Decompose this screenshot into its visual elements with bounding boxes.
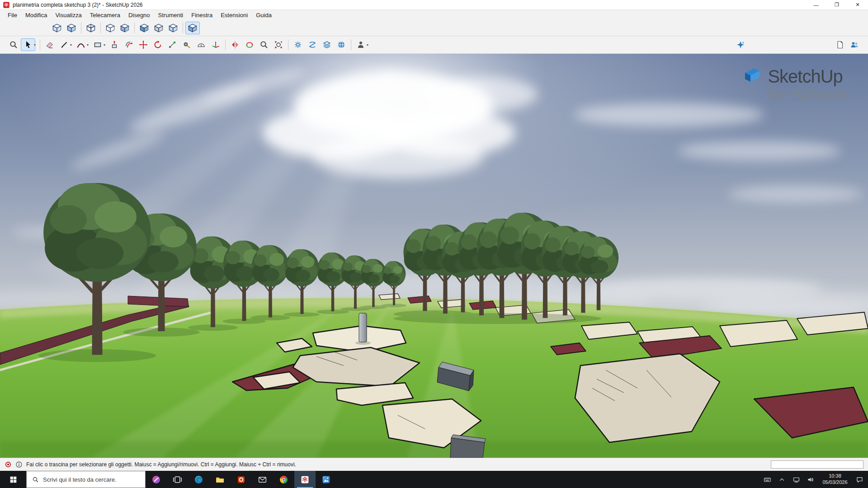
geolocation-status-icon[interactable]: [5, 461, 12, 468]
line-tool-button[interactable]: [57, 38, 71, 51]
line-dropdown-caret[interactable]: ▾: [70, 43, 74, 47]
style-xray-button[interactable]: [50, 22, 64, 34]
task-view-icon: [173, 475, 182, 484]
toolbar-separator: [225, 39, 226, 50]
eraser-tool-button[interactable]: [42, 38, 57, 51]
arc-dropdown-caret[interactable]: ▾: [87, 43, 90, 47]
style-active-button[interactable]: [185, 22, 200, 34]
sketchup-app-icon: [3, 1, 10, 9]
measurements-input[interactable]: [771, 460, 863, 469]
network-button[interactable]: [789, 476, 803, 483]
ai-assist-button[interactable]: [733, 38, 748, 51]
task-view-button[interactable]: [167, 471, 188, 488]
rotate-tool-button[interactable]: [151, 38, 165, 51]
sketchup-icon: [300, 475, 310, 484]
pinned-app-button[interactable]: [146, 471, 167, 488]
minimize-button[interactable]: —: [806, 0, 826, 9]
orbit-tool-button[interactable]: [242, 38, 257, 51]
rectangle-dropdown-caret[interactable]: ▾: [104, 43, 107, 47]
volume-button[interactable]: [804, 476, 817, 483]
file-explorer-icon: [215, 475, 225, 484]
toolbar-separator: [81, 23, 81, 33]
axes-tool-button[interactable]: [208, 38, 223, 51]
clock-date: 05/03/2026: [818, 479, 852, 486]
arc-tool-button[interactable]: [74, 38, 88, 51]
menu-strumenti[interactable]: Strumenti: [154, 10, 188, 20]
sketchup-logo-mark: [741, 66, 763, 87]
close-button[interactable]: ✕: [847, 0, 868, 9]
photos-button[interactable]: [316, 471, 337, 488]
layers-button[interactable]: [320, 38, 334, 51]
menu-modifica[interactable]: Modifica: [21, 10, 51, 20]
menu-disegno[interactable]: Disegno: [124, 10, 154, 20]
zoom-tool-button[interactable]: [257, 38, 271, 51]
person-dropdown-caret[interactable]: ▾: [367, 43, 370, 47]
foreground-block[interactable]: [450, 435, 486, 458]
menu-telecamera[interactable]: Telecamera: [86, 10, 124, 20]
sketchup-for-schools-logo: SketchUp for Schools: [741, 66, 849, 104]
menu-file[interactable]: File: [4, 10, 21, 20]
toolbar-separator: [351, 39, 351, 50]
style-extra-button[interactable]: [166, 22, 180, 34]
clock-time: 10:38: [818, 473, 852, 479]
new-document-button[interactable]: [833, 38, 847, 51]
toolbar-separator: [183, 23, 183, 33]
tray-overflow-button[interactable]: [775, 476, 788, 483]
style-shaded-button[interactable]: [118, 22, 132, 34]
logo-subtitle: for Schools: [768, 85, 849, 104]
toolbar-separator: [40, 39, 40, 50]
sketchup-window: planimetria completa sketchup 3 (2)* - S…: [0, 0, 868, 488]
model-settings-button[interactable]: [291, 38, 305, 51]
style-shaded-textures-button[interactable]: [137, 22, 151, 34]
style-monochrome-button[interactable]: [151, 22, 166, 34]
protractor-tool-button[interactable]: [194, 38, 208, 51]
style-swap-button[interactable]: [305, 38, 320, 51]
scale-tool-button[interactable]: [165, 38, 179, 51]
edge-button[interactable]: [188, 471, 209, 488]
flip-tool-button[interactable]: [228, 38, 242, 51]
touch-keyboard-icon: [764, 476, 771, 483]
select-dropdown-caret[interactable]: ▾: [34, 43, 38, 47]
rectangle-tool-button[interactable]: [90, 38, 105, 51]
ink-workspace-icon: [151, 475, 161, 484]
office-app-button[interactable]: [231, 471, 252, 488]
style-wireframe-button[interactable]: [84, 22, 98, 34]
taskbar-search-box[interactable]: Scrivi qui il testo da cercare.: [26, 471, 146, 488]
search-tool-button[interactable]: [6, 38, 21, 51]
file-explorer-button[interactable]: [209, 471, 231, 488]
photos-icon: [321, 475, 331, 484]
action-center-button[interactable]: [853, 476, 866, 483]
geolocation-button[interactable]: [334, 38, 349, 51]
zoom-extents-tool-button[interactable]: [271, 38, 286, 51]
chrome-button[interactable]: [273, 471, 294, 488]
offset-tool-button[interactable]: [122, 38, 136, 51]
menu-estensioni[interactable]: Estensioni: [217, 10, 252, 20]
collaborators-button[interactable]: [847, 38, 862, 51]
search-placeholder: Scrivi qui il testo da cercare.: [43, 476, 117, 483]
move-tool-button[interactable]: [136, 38, 151, 51]
start-button[interactable]: [0, 471, 26, 488]
person-tool-button[interactable]: [354, 38, 368, 51]
menu-finestra[interactable]: Finestra: [187, 10, 217, 20]
touch-keyboard-button[interactable]: [760, 476, 774, 483]
edge-icon: [194, 475, 203, 484]
select-tool-button[interactable]: [21, 38, 35, 51]
maximize-button[interactable]: ❐: [826, 0, 847, 9]
info-icon[interactable]: [15, 461, 23, 468]
push-pull-tool-button[interactable]: [107, 38, 122, 51]
speaker-icon: [807, 476, 815, 483]
toolbar-separator: [100, 23, 101, 33]
chevron-up-icon: [778, 476, 786, 483]
tape-measure-tool-button[interactable]: [179, 38, 194, 51]
action-center-icon: [856, 476, 863, 483]
style-hidden-line-button[interactable]: [103, 22, 118, 34]
menu-visualizza[interactable]: Visualizza: [51, 10, 85, 20]
3d-viewport[interactable]: SketchUp for Schools: [0, 54, 868, 458]
mail-button[interactable]: [252, 471, 273, 488]
taskbar-clock[interactable]: 10:38 05/03/2026: [818, 473, 852, 486]
menu-guida[interactable]: Guida: [252, 10, 276, 20]
system-tray: 10:38 05/03/2026: [760, 471, 868, 488]
sketchup-taskbar-button[interactable]: [294, 471, 316, 488]
style-back-edges-button[interactable]: [64, 22, 79, 34]
title-bar: planimetria completa sketchup 3 (2)* - S…: [0, 0, 868, 10]
